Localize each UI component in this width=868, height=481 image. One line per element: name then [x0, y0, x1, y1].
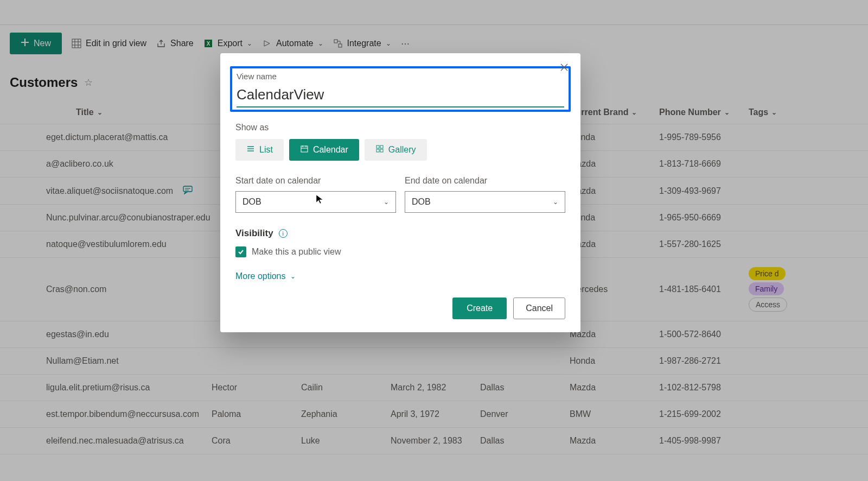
svg-rect-8 — [380, 145, 383, 148]
svg-rect-6 — [301, 146, 308, 152]
calendar-icon — [300, 144, 309, 155]
close-icon — [560, 63, 569, 74]
info-icon[interactable]: i — [279, 229, 288, 238]
svg-rect-7 — [376, 145, 379, 148]
svg-rect-10 — [380, 149, 383, 152]
chevron-down-icon: ⌄ — [290, 273, 296, 280]
create-view-dialog: View name Show as List Calendar — [220, 53, 580, 332]
show-as-segmented: List Calendar Gallery — [235, 139, 565, 161]
start-date-label: Start date on calendar — [235, 176, 396, 186]
create-button[interactable]: Create — [452, 298, 507, 319]
view-name-input[interactable] — [237, 83, 564, 107]
view-name-label: View name — [237, 72, 564, 81]
chevron-down-icon: ⌄ — [384, 198, 389, 206]
view-name-highlight: View name — [230, 66, 571, 112]
show-as-gallery-button[interactable]: Gallery — [365, 139, 427, 161]
cancel-button[interactable]: Cancel — [513, 298, 565, 319]
end-date-select[interactable]: DOB ⌄ — [405, 191, 565, 213]
close-button[interactable] — [560, 63, 569, 74]
public-view-checkbox[interactable] — [235, 246, 246, 257]
chevron-down-icon: ⌄ — [553, 198, 558, 206]
show-as-label: Show as — [235, 123, 565, 132]
list-icon — [246, 144, 255, 155]
end-date-label: End date on calendar — [405, 176, 565, 186]
svg-rect-9 — [376, 149, 379, 152]
gallery-icon — [375, 144, 384, 155]
show-as-list-button[interactable]: List — [235, 139, 284, 161]
show-as-calendar-button[interactable]: Calendar — [289, 139, 359, 161]
public-view-label: Make this a public view — [252, 247, 341, 257]
more-options-toggle[interactable]: More options ⌄ — [235, 271, 565, 281]
visibility-label: Visibility — [235, 228, 273, 239]
start-date-select[interactable]: DOB ⌄ — [235, 191, 396, 213]
